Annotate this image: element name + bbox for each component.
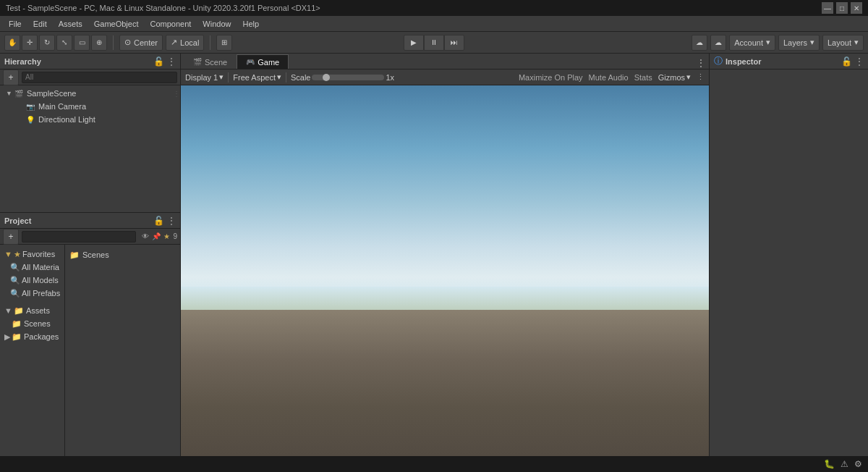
play-button[interactable]: ▶	[404, 35, 424, 51]
hierarchy-panel: Hierarchy 🔓 ⋮ + ▼ 🎬 SampleScene ⋮	[0, 54, 180, 213]
tool-move[interactable]: ✛	[22, 35, 38, 51]
hierarchy-toolbar: +	[0, 69, 180, 85]
layout-label: Layout	[827, 38, 851, 47]
minimize-button[interactable]: —	[822, 2, 833, 14]
favorites-label: Favorites	[22, 250, 55, 258]
scale-label: Scale	[291, 73, 311, 82]
tool-transform[interactable]: ⊕	[91, 35, 107, 51]
tool-scale[interactable]: ⤡	[56, 35, 72, 51]
maximize-on-play-button[interactable]: Maximize On Play	[519, 73, 583, 82]
scale-slider[interactable]	[312, 75, 384, 80]
project-left-tree: ▼ ★ Favorites 🔍 All Materia 🔍 All Models…	[0, 245, 65, 463]
scene-arrow-icon: ▼	[6, 90, 14, 97]
inspector-more-icon[interactable]: ⋮	[855, 56, 864, 67]
hierarchy-add-button[interactable]: +	[3, 69, 19, 85]
project-panel: Project 🔓 ⋮ + 👁 📌 ★ 9 ▼ ★	[0, 213, 180, 472]
game-toolbar-right: Maximize On Play Mute Audio Stats Gizmos…	[519, 72, 705, 82]
local-icon: ↗	[171, 38, 177, 47]
project-all-prefabs[interactable]: 🔍 All Prefabs	[0, 287, 64, 300]
snap-toggle[interactable]: ⊞	[216, 35, 232, 51]
pause-button[interactable]: ⏸	[424, 35, 444, 51]
search-icon: 🔍	[10, 263, 20, 272]
project-all-models[interactable]: 🔍 All Models	[0, 274, 64, 287]
gizmos-dropdown[interactable]: Gizmos ▾	[658, 72, 691, 82]
scale-value: 1x	[386, 73, 394, 82]
project-favorites-item[interactable]: ▼ ★ Favorites	[0, 248, 64, 261]
window-controls: — □ ✕	[822, 2, 862, 14]
hierarchy-search-input[interactable]	[22, 72, 177, 83]
project-search-input[interactable]	[22, 231, 136, 243]
aspect-dropdown[interactable]: Free Aspect ▾	[233, 72, 281, 82]
stats-button[interactable]: Stats	[634, 73, 652, 82]
project-icon-eye[interactable]: 👁	[142, 232, 149, 240]
space-toggle[interactable]: ↗ Local	[166, 35, 204, 51]
project-scenes-item[interactable]: 📁 Scenes	[0, 317, 64, 330]
project-more-icon[interactable]: ⋮	[167, 216, 176, 226]
hierarchy-lock-icon[interactable]: 🔓	[153, 56, 164, 67]
favorites-star-icon: ★	[14, 250, 21, 259]
layers-dropdown[interactable]: Layers ▾	[778, 35, 820, 51]
pivot-toggle[interactable]: ⊙ Center	[119, 35, 163, 51]
hierarchy-controls: 🔓 ⋮	[153, 56, 176, 67]
menu-gameobject[interactable]: GameObject	[88, 18, 145, 30]
project-add-button[interactable]: +	[3, 229, 19, 245]
tree-item-directional-light[interactable]: 💡 Directional Light	[0, 113, 180, 126]
project-assets-item[interactable]: ▼ 📁 Assets	[0, 304, 64, 317]
tab-game[interactable]: 🎮 Game	[237, 54, 289, 69]
gizmos-chevron-icon: ▾	[686, 72, 691, 82]
menu-window[interactable]: Window	[197, 18, 237, 30]
layers-label: Layers	[783, 38, 807, 47]
cloud-button[interactable]: ☁	[710, 35, 726, 51]
aspect-chevron-icon: ▾	[277, 72, 281, 82]
hierarchy-more-icon[interactable]: ⋮	[167, 56, 176, 67]
search-icon-prefabs: 🔍	[10, 289, 20, 298]
display-dropdown[interactable]: Display 1 ▾	[185, 72, 224, 82]
display-label: Display 1	[185, 73, 218, 82]
menu-component[interactable]: Component	[144, 18, 197, 30]
step-button[interactable]: ⏭	[444, 35, 464, 51]
tool-hand[interactable]: ✋	[4, 35, 20, 51]
collab-button[interactable]: ☁	[692, 35, 707, 51]
menu-file[interactable]: File	[3, 18, 27, 30]
menu-help[interactable]: Help	[237, 18, 265, 30]
inspector-header: ⓘ Inspector 🔓 ⋮	[710, 54, 868, 69]
window-title: Test - SampleScene - PC, Mac & Linux Sta…	[6, 4, 320, 12]
all-materials-label: All Materia	[22, 263, 59, 271]
account-dropdown[interactable]: Account ▾	[729, 35, 775, 51]
layout-dropdown[interactable]: Layout ▾	[822, 35, 864, 51]
hierarchy-header: Hierarchy 🔓 ⋮	[0, 54, 180, 69]
status-settings-icon[interactable]: ⚙	[854, 459, 862, 469]
project-lock-icon[interactable]: 🔓	[153, 216, 164, 226]
scene-icon: 🎬	[14, 90, 25, 98]
inspector-lock-icon[interactable]: 🔓	[841, 56, 852, 67]
assets-folder-icon: 📁	[14, 306, 24, 316]
tree-item-main-camera[interactable]: 📷 Main Camera	[0, 100, 180, 113]
project-all-materials[interactable]: 🔍 All Materia	[0, 261, 64, 274]
project-icon-star[interactable]: ★	[163, 232, 170, 240]
tool-rotate[interactable]: ↻	[39, 35, 55, 51]
tool-rect[interactable]: ▭	[74, 35, 90, 51]
project-icon-count: 9	[173, 232, 177, 240]
game-viewport	[181, 85, 709, 472]
project-controls: 🔓 ⋮	[153, 216, 176, 226]
hierarchy-tree: ▼ 🎬 SampleScene ⋮ 📷 Main Camera 💡 Direct…	[0, 85, 180, 212]
project-packages-item[interactable]: ▶ 📁 Packages	[0, 330, 64, 343]
project-icon-pin[interactable]: 📌	[152, 232, 161, 240]
tree-item-samplescene[interactable]: ▼ 🎬 SampleScene ⋮	[0, 87, 180, 100]
assets-label: Assets	[26, 306, 50, 315]
inspector-panel: ⓘ Inspector 🔓 ⋮	[709, 54, 868, 472]
scene-more-icon[interactable]: ⋮	[173, 90, 180, 98]
scale-control[interactable]: Scale 1x	[291, 73, 394, 82]
project-scenes-folder[interactable]: 📁 Scenes	[65, 248, 180, 262]
status-warning-icon[interactable]: ⚠	[841, 459, 848, 469]
tab-more-icon[interactable]: ⋮	[696, 57, 706, 69]
maximize-button[interactable]: □	[836, 2, 848, 14]
close-button[interactable]: ✕	[851, 2, 862, 14]
mute-audio-button[interactable]: Mute Audio	[589, 73, 629, 82]
menu-assets[interactable]: Assets	[53, 18, 88, 30]
status-bug-icon[interactable]: 🐛	[824, 459, 835, 469]
menu-edit[interactable]: Edit	[27, 18, 53, 30]
tab-scene[interactable]: 🎬 Scene	[184, 54, 237, 69]
center-icon: ⊙	[124, 38, 131, 47]
game-toolbar-more-icon[interactable]: ⋮	[697, 72, 705, 82]
